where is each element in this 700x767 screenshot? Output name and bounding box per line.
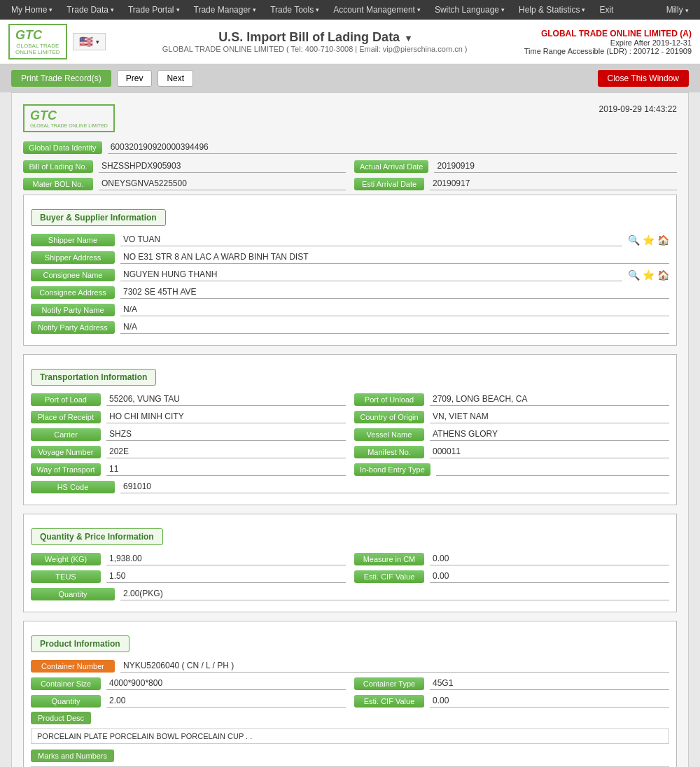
star-icon[interactable]: ⭐	[643, 234, 654, 246]
vessel-name-value: ATHENS GLORY	[430, 428, 669, 441]
mater-bol-value: ONEYSGNVA5225500	[99, 177, 346, 190]
country-origin-value: VN, VIET NAM	[430, 410, 669, 423]
transportation-section: Transportation Information Port of Load …	[23, 354, 677, 505]
country-origin-group: Country of Origin VN, VIET NAM	[354, 410, 669, 423]
place-receipt-label: Place of Receipt	[31, 411, 101, 423]
carrier-value: SHZS	[106, 428, 346, 441]
measure-group: Measure in CM 0.00	[354, 552, 669, 565]
esti-cif2-value: 0.00	[430, 694, 669, 708]
shipper-icons: 🔍 ⭐ 🏠	[628, 234, 669, 246]
star-icon-2[interactable]: ⭐	[643, 269, 654, 281]
prev-button[interactable]: Prev	[117, 70, 153, 87]
shipper-name-value: VO TUAN	[120, 233, 622, 246]
voyage-manifest-row: Voyage Number 202E Manifest No. 000011	[31, 445, 669, 458]
notify-party-address-label: Notify Party Address	[31, 321, 115, 334]
place-receipt-group: Place of Receipt HO CHI MINH CITY	[31, 410, 346, 423]
close-button[interactable]: Close This Window	[598, 70, 689, 87]
container-size-value: 4000*900*800	[106, 677, 346, 690]
marks-area: Marks and Numbers PORCELAIN SPOON NGUYEN…	[31, 750, 669, 767]
product-section: Product Information Container Number NYK…	[23, 621, 677, 767]
user-name[interactable]: Milly ▾	[661, 2, 694, 17]
teus-value: 1.50	[106, 570, 346, 583]
notify-party-name-label: Notify Party Name	[31, 304, 115, 316]
flag-selector[interactable]: 🇺🇸 ▾	[73, 33, 106, 50]
home-icon-2[interactable]: 🏠	[657, 269, 669, 281]
consignee-address-row: Consignee Address 7302 SE 45TH AVE	[31, 286, 669, 299]
nav-trade-tools[interactable]: Trade Tools ▾	[265, 2, 325, 17]
nav-help-statistics[interactable]: Help & Statistics ▾	[513, 2, 591, 17]
quantity-price-section: Quantity & Price Information Weight (KG)…	[23, 514, 677, 612]
port-unload-value: 2709, LONG BEACH, CA	[430, 393, 669, 406]
nav-trade-portal[interactable]: Trade Portal ▾	[122, 2, 186, 17]
voyage-value: 202E	[106, 445, 346, 458]
transport-inbond-row: Way of Transport 11 In-bond Entry Type	[31, 463, 669, 476]
search-icon[interactable]: 🔍	[628, 234, 640, 246]
inbond-entry-value	[436, 463, 669, 476]
notify-party-name-value: N/A	[120, 303, 669, 316]
port-load-group: Port of Load 55206, VUNG TAU	[31, 393, 346, 406]
quantity-price-header: Quantity & Price Information	[31, 528, 163, 545]
weight-value: 1,938.00	[106, 552, 346, 565]
print-button[interactable]: Print Trade Record(s)	[11, 70, 111, 87]
way-transport-group: Way of Transport 11	[31, 463, 346, 476]
hs-code-label: HS Code	[31, 481, 115, 493]
nav-my-home[interactable]: My Home ▾	[6, 2, 58, 17]
notify-party-name-row: Notify Party Name N/A	[31, 303, 669, 316]
container-number-label: Container Number	[31, 660, 115, 673]
top-toolbar: Print Trade Record(s) Prev Next Close Th…	[0, 64, 700, 92]
shipper-name-label: Shipper Name	[31, 234, 115, 246]
shipper-name-row: Shipper Name VO TUAN 🔍 ⭐ 🏠	[31, 233, 669, 246]
logo: GTC GLOBAL TRADEONLINE LIMITED	[8, 24, 67, 59]
nav-exit[interactable]: Exit	[594, 2, 619, 17]
next-button[interactable]: Next	[158, 70, 193, 87]
container-type-value: 45G1	[430, 677, 669, 690]
top-navigation: My Home ▾ Trade Data ▾ Trade Portal ▾ Tr…	[0, 0, 700, 20]
consignee-name-row: Consignee Name NGUYEN HUNG THANH 🔍 ⭐ 🏠	[31, 268, 669, 281]
shipper-address-label: Shipper Address	[31, 251, 115, 264]
nav-account-management[interactable]: Account Management ▾	[328, 2, 426, 17]
global-data-identity-value: 600320190920000394496	[108, 141, 677, 154]
actual-arrival-group: Actual Arrival Date 20190919	[354, 160, 677, 173]
record-header: GTC GLOBAL TRADE ONLINE LIMITED 2019-09-…	[23, 104, 677, 132]
mater-bol-row: Mater BOL No. ONEYSGNVA5225500 Esti Arri…	[23, 177, 677, 190]
place-receipt-value: HO CHI MINH CITY	[106, 410, 346, 423]
port-load-value: 55206, VUNG TAU	[106, 393, 346, 406]
page-title: U.S. Import Bill of Lading Data ▾	[106, 30, 524, 45]
logo-area: GTC GLOBAL TRADEONLINE LIMITED 🇺🇸 ▾	[8, 24, 106, 59]
nav-switch-language[interactable]: Switch Language ▾	[429, 2, 510, 17]
qty2-label: Quantity	[31, 695, 101, 708]
bol-group: Bill of Lading No. SHZSSHPDX905903	[23, 160, 346, 173]
shipper-address-row: Shipper Address NO E31 STR 8 AN LAC A WA…	[31, 251, 669, 264]
measure-value: 0.00	[430, 552, 669, 565]
nav-trade-manager[interactable]: Trade Manager ▾	[188, 2, 262, 17]
transportation-header: Transportation Information	[31, 369, 156, 386]
qty2-cif2-row: Quantity 2.00 Esti. CIF Value 0.00	[31, 694, 669, 708]
teus-cif-row: TEUS 1.50 Esti. CIF Value 0.00	[31, 570, 669, 583]
record-logo-sub: GLOBAL TRADE ONLINE LIMITED	[30, 123, 108, 128]
vessel-name-label: Vessel Name	[354, 428, 424, 441]
header-account: GLOBAL TRADE ONLINE LIMITED (A) Expire A…	[524, 29, 692, 55]
bol-row: Bill of Lading No. SHZSSHPDX905903 Actua…	[23, 160, 677, 173]
container-size-label: Container Size	[31, 677, 101, 690]
manifest-label: Manifest No.	[354, 446, 424, 458]
port-load-label: Port of Load	[31, 393, 101, 406]
container-size-group: Container Size 4000*900*800	[31, 677, 346, 690]
quantity-row: Quantity 2.00(PKG)	[31, 587, 669, 600]
expire-date: Expire After 2019-12-31	[524, 38, 692, 47]
buyer-supplier-section: Buyer & Supplier Information Shipper Nam…	[23, 195, 677, 346]
global-data-row: Global Data Identity 6003201909200003944…	[23, 141, 677, 154]
search-icon-2[interactable]: 🔍	[628, 269, 640, 281]
marks-label: Marks and Numbers	[31, 750, 114, 762]
way-transport-label: Way of Transport	[31, 463, 101, 476]
buyer-supplier-header: Buyer & Supplier Information	[31, 209, 166, 226]
nav-trade-data[interactable]: Trade Data ▾	[61, 2, 120, 17]
port-row: Port of Load 55206, VUNG TAU Port of Unl…	[31, 393, 669, 406]
home-icon[interactable]: 🏠	[657, 234, 669, 246]
carrier-group: Carrier SHZS	[31, 428, 346, 441]
notify-party-address-value: N/A	[120, 321, 669, 334]
consignee-address-value: 7302 SE 45TH AVE	[120, 286, 669, 299]
shipper-address-value: NO E31 STR 8 AN LAC A WARD BINH TAN DIST	[120, 251, 669, 264]
qty2-group: Quantity 2.00	[31, 694, 346, 708]
consignee-name-label: Consignee Name	[31, 269, 115, 281]
consignee-icons: 🔍 ⭐ 🏠	[628, 269, 669, 281]
